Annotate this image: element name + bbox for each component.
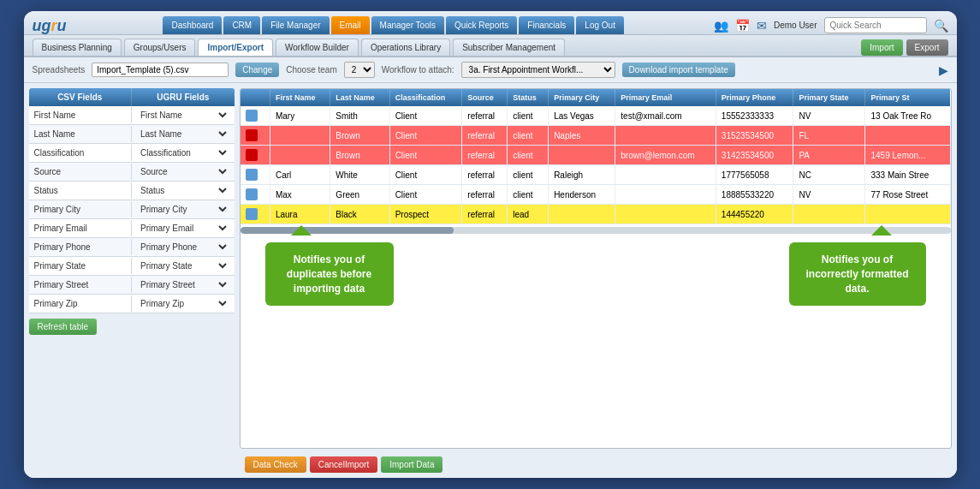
ugru-field-cell[interactable]: Primary Phone [132,238,235,256]
change-button[interactable]: Change [235,63,279,77]
table-cell: 144455220 [716,205,793,224]
search-input[interactable] [824,17,927,33]
table-cell: Client [389,185,462,205]
ugru-field-select[interactable]: Primary City [137,204,229,215]
nav-financials[interactable]: Financials [519,16,574,34]
csv-field-cell: Primary Phone [29,239,133,255]
ugru-fields-header: UGRU Fields [132,88,235,106]
nav-crm[interactable]: CRM [223,16,260,34]
table-row: MaxGreenClientreferralclientHenderson188… [241,185,951,205]
table-scroll-area[interactable]: First NameLast NameClassificationSourceS… [241,89,951,224]
table-cell: Brown [330,146,389,165]
ugru-field-cell[interactable]: Primary City [132,200,235,218]
workflow-label: Workflow to attach: [382,65,454,75]
export-button[interactable]: Export [906,39,948,56]
main-nav: Dashboard CRM File Manager Email Manager… [79,16,709,34]
table-row: CarlWhiteClientreferralclientRaleigh1777… [241,165,951,185]
csv-field-cell: Last Name [29,126,133,142]
download-template-button[interactable]: Download import template [622,63,735,77]
nav-dashboard[interactable]: Dashboard [163,16,222,34]
tab-subscriber-management[interactable]: Subscriber Management [453,39,565,56]
right-panel: First NameLast NameClassificationSourceS… [240,88,952,473]
import-button[interactable]: Import [861,39,902,56]
ugru-field-select[interactable]: Primary Zip [137,298,229,309]
table-column-header: Primary State [793,89,865,106]
tab-business-planning[interactable]: Business Planning [33,39,122,56]
ugru-field-select[interactable]: Primary State [137,260,229,271]
ugru-field-cell[interactable]: Primary Email [132,219,235,237]
tab-operations-library[interactable]: Operations Library [361,39,450,56]
refresh-table-button[interactable]: Refresh table [29,319,97,335]
csv-field-cell: Primary State [29,258,133,274]
tab-groups-users[interactable]: Groups/Users [124,39,196,56]
ugru-field-cell[interactable]: Last Name [132,125,235,143]
row-indicator-icon [246,208,258,220]
field-row: Source Source [29,163,235,182]
table-column-header: Classification [389,89,462,106]
top-right-actions: 👥 📅 ✉ Demo User 🔍 [714,17,948,33]
table-cell [270,146,330,165]
ugru-field-select[interactable]: Source [137,166,229,177]
table-column-header: Primary City [549,89,615,106]
nav-file-manager[interactable]: File Manager [262,16,329,34]
ugru-field-select[interactable]: Status [137,185,229,196]
table-column-header: Source [462,89,508,106]
table-cell [615,205,716,224]
table-cell [615,126,716,146]
nav-quick-reports[interactable]: Quick Reports [446,16,517,34]
csv-fields-header: CSV Fields [29,88,133,106]
table-cell: referral [462,106,508,126]
table-cell: Raleigh [549,165,615,185]
ugru-field-select[interactable]: Primary Email [137,223,229,234]
ugru-field-select[interactable]: Primary Phone [137,242,229,253]
ugru-field-cell[interactable]: First Name [132,106,235,124]
tab-workflow-builder[interactable]: Workflow Builder [276,39,359,56]
csv-field-cell: Source [29,164,133,180]
table-cell: 15552333333 [716,106,793,126]
ugru-field-cell[interactable]: Source [132,163,235,181]
table-cell [793,205,865,224]
ugru-field-select[interactable]: First Name [137,110,229,121]
table-row: LauraBlackProspectreferrallead144455220 [241,205,951,224]
nav-logout[interactable]: Log Out [576,16,624,34]
table-row: BrownClientreferralclientbrown@lemon.com… [241,146,951,165]
workflow-select[interactable]: 3a. First Appointment Workfl... [461,62,615,78]
search-icon[interactable]: 🔍 [934,19,948,33]
ugru-field-select[interactable]: Last Name [137,128,229,140]
main-content: CSV Fields UGRU Fields First Name First … [24,83,957,478]
ugru-field-cell[interactable]: Classification [132,144,235,162]
table-cell: Mary [270,106,330,126]
csv-field-cell: First Name [29,107,133,123]
th-indicator [241,89,270,106]
nav-email[interactable]: Email [331,16,370,34]
csv-field-cell: Primary Zip [29,295,133,312]
horizontal-scrollbar[interactable] [241,227,951,234]
calendar-icon[interactable]: 📅 [735,19,750,33]
csv-field-cell: Primary City [29,201,133,218]
nav-arrow-right-icon[interactable]: ▶ [939,63,948,77]
field-row: Status Status [29,182,235,200]
field-row: Primary Email Primary Email [29,219,235,238]
data-check-button[interactable]: Data Check [245,456,306,473]
ugru-field-select[interactable]: Primary Street [137,279,229,290]
ugru-field-cell[interactable]: Primary Street [132,276,235,294]
choose-team-label: Choose team [286,65,336,75]
spreadsheet-input[interactable] [92,63,229,77]
table-cell: 1777565058 [716,165,793,185]
tab-import-export[interactable]: Import/Export [198,39,273,56]
ugru-field-cell[interactable]: Primary Zip [132,295,235,313]
import-data-button[interactable]: Import Data [381,456,442,473]
nav-manager-tools[interactable]: Manager Tools [371,16,444,34]
ugru-field-select[interactable]: Classification [137,147,229,158]
ugru-field-cell[interactable]: Primary State [132,257,235,275]
left-panel: CSV Fields UGRU Fields First Name First … [29,88,235,473]
table-cell: 13 Oak Tree Ro [865,106,950,126]
ugru-field-cell[interactable]: Status [132,182,235,200]
data-table: First NameLast NameClassificationSourceS… [241,89,951,224]
team-select[interactable]: 2 [344,62,375,78]
bottom-bar: Data Check CancelImport Import Data [240,452,952,473]
cancel-import-button[interactable]: CancelImport [310,456,377,473]
mail-icon[interactable]: ✉ [757,19,767,33]
add-user-icon[interactable]: 👥 [714,19,728,33]
csv-field-cell: Primary Street [29,277,133,293]
